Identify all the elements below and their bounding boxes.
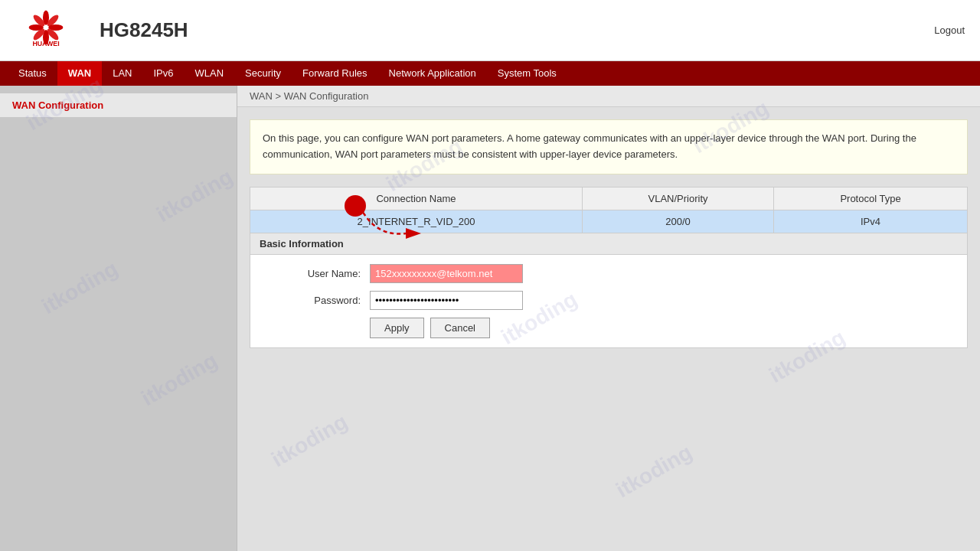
breadcrumb: WAN > WAN Configuration: [237, 86, 980, 107]
cell-vlan-priority: 200/0: [583, 210, 774, 233]
password-row: Password:: [263, 291, 955, 310]
nav-item-wan[interactable]: WAN: [57, 61, 102, 86]
nav-item-security[interactable]: Security: [234, 61, 292, 86]
username-row: User Name:: [263, 264, 955, 283]
col-vlan-priority: VLAN/Priority: [583, 187, 774, 210]
password-label: Password:: [263, 295, 370, 306]
table-row[interactable]: 2_INTERNET_R_VID_200 200/0 IPv4: [250, 210, 968, 233]
nav-item-forward-rules[interactable]: Forward Rules: [292, 61, 378, 86]
svg-text:HUAWEI: HUAWEI: [32, 40, 59, 47]
nav-item-network-app[interactable]: Network Application: [378, 61, 487, 86]
nav-item-status[interactable]: Status: [8, 61, 57, 86]
logo-area: HUAWEI: [15, 9, 77, 51]
username-label: User Name:: [263, 268, 370, 279]
device-title: HG8245H: [100, 18, 934, 42]
password-input[interactable]: [370, 291, 523, 310]
username-input[interactable]: [370, 264, 523, 283]
nav-item-lan[interactable]: LAN: [102, 61, 142, 86]
logout-button[interactable]: Logout: [934, 24, 965, 36]
cell-connection-name: 2_INTERNET_R_VID_200: [250, 210, 583, 233]
nav-bar: Status WAN LAN IPv6 WLAN Security Forwar…: [0, 61, 980, 86]
form-area: User Name: Password: Apply Cancel: [250, 255, 968, 348]
nav-item-ipv6[interactable]: IPv6: [143, 61, 185, 86]
wan-table: Connection Name VLAN/Priority Protocol T…: [250, 187, 968, 233]
cancel-button[interactable]: Cancel: [430, 318, 490, 338]
sidebar-item-wan-config[interactable]: WAN Configuration: [0, 93, 237, 117]
info-box: On this page, you can configure WAN port…: [250, 119, 968, 174]
content-area: On this page, you can configure WAN port…: [237, 107, 980, 360]
button-row: Apply Cancel: [263, 318, 955, 338]
col-connection-name: Connection Name: [250, 187, 583, 210]
header: HUAWEI HG8245H Logout: [0, 0, 980, 61]
sidebar: WAN Configuration: [0, 86, 237, 551]
col-protocol-type: Protocol Type: [774, 187, 968, 210]
page-body: WAN Configuration WAN > WAN Configuratio…: [0, 86, 980, 551]
nav-item-system-tools[interactable]: System Tools: [487, 61, 567, 86]
nav-item-wlan[interactable]: WLAN: [185, 61, 235, 86]
cell-protocol-type: IPv4: [774, 210, 968, 233]
apply-button[interactable]: Apply: [370, 318, 424, 338]
huawei-logo: HUAWEI: [15, 9, 77, 51]
basic-info-header: Basic Information: [250, 233, 968, 255]
main-content: WAN > WAN Configuration On this page, yo…: [237, 86, 980, 551]
